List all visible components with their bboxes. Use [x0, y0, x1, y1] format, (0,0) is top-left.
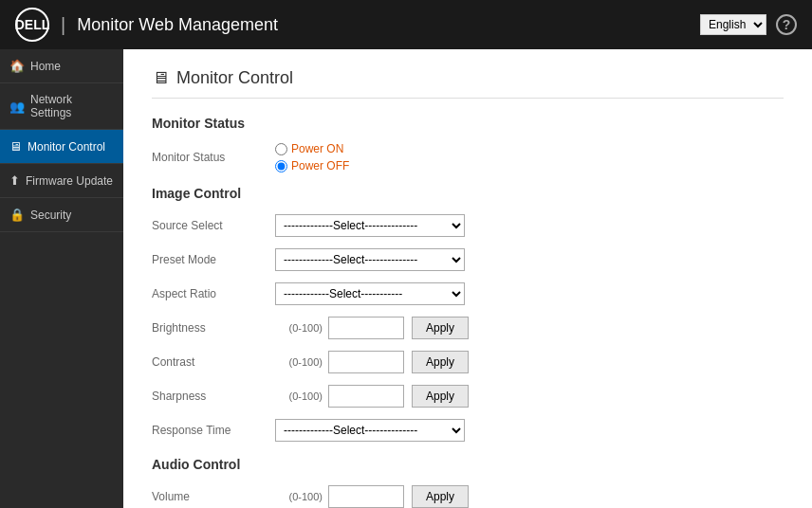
- content-area: 🖥 Monitor Control Monitor Status Monitor…: [123, 49, 812, 508]
- response-time-dropdown[interactable]: -------------Select--------------: [275, 419, 465, 442]
- help-icon[interactable]: ?: [776, 14, 797, 35]
- power-on-option[interactable]: Power ON: [275, 142, 349, 155]
- source-select-row: Source Select -------------Select-------…: [152, 212, 784, 239]
- sidebar-item-network-settings[interactable]: 👥 Network Settings: [0, 83, 123, 130]
- page-monitor-icon: 🖥: [152, 68, 169, 88]
- monitor-icon: 🖥: [9, 139, 22, 154]
- brightness-range: (0-100): [275, 322, 323, 334]
- sharpness-apply-button[interactable]: Apply: [412, 385, 469, 408]
- sidebar-label-network: Network Settings: [30, 93, 114, 119]
- sidebar-item-home[interactable]: 🏠 Home: [0, 49, 123, 83]
- source-select-dropdown[interactable]: -------------Select--------------: [275, 214, 465, 237]
- aspect-ratio-row: Aspect Ratio ------------Select---------…: [152, 281, 784, 307]
- page-title-bar: 🖥 Monitor Control: [152, 68, 784, 99]
- brightness-row: Brightness (0-100) 75 Apply: [152, 315, 784, 341]
- preset-mode-row: Preset Mode -------------Select---------…: [152, 246, 784, 273]
- volume-row: Volume (0-100) 100 Apply: [152, 483, 784, 508]
- sidebar-item-firmware-update[interactable]: ⬆ Firmware Update: [0, 164, 123, 198]
- home-icon: 🏠: [9, 59, 25, 73]
- aspect-ratio-label: Aspect Ratio: [152, 287, 275, 300]
- source-select-label: Source Select: [152, 219, 275, 232]
- sidebar: 🏠 Home 👥 Network Settings 🖥 Monitor Cont…: [0, 49, 123, 508]
- security-icon: 🔒: [9, 208, 25, 222]
- volume-range: (0-100): [275, 491, 323, 502]
- header-divider: |: [61, 14, 65, 36]
- header-title: Monitor Web Management: [77, 15, 278, 35]
- monitor-status-row: Monitor Status Power ON Power OFF: [152, 142, 784, 172]
- aspect-ratio-dropdown[interactable]: ------------Select-----------: [275, 282, 465, 305]
- brightness-label: Brightness: [152, 321, 275, 335]
- sidebar-label-firmware: Firmware Update: [26, 174, 113, 188]
- brightness-input[interactable]: 75: [328, 317, 404, 339]
- monitor-status-radio-group: Power ON Power OFF: [275, 142, 349, 172]
- sidebar-item-security[interactable]: 🔒 Security: [0, 198, 123, 232]
- volume-label: Volume: [152, 490, 275, 503]
- contrast-label: Contrast: [152, 355, 275, 369]
- header-right: English ?: [700, 14, 797, 35]
- header: DELL | Monitor Web Management English ?: [0, 0, 812, 49]
- contrast-apply-button[interactable]: Apply: [412, 351, 469, 373]
- monitor-status-label: Monitor Status: [152, 151, 275, 164]
- power-on-radio[interactable]: [275, 143, 287, 155]
- response-time-row: Response Time -------------Select-------…: [152, 417, 784, 444]
- sharpness-input[interactable]: 50: [328, 385, 404, 408]
- sidebar-label-home: Home: [30, 60, 61, 73]
- sidebar-item-monitor-control[interactable]: 🖥 Monitor Control: [0, 130, 123, 164]
- brightness-apply-button[interactable]: Apply: [412, 317, 469, 339]
- header-left: DELL | Monitor Web Management: [15, 8, 278, 42]
- preset-mode-dropdown[interactable]: -------------Select--------------: [275, 248, 465, 271]
- monitor-status-section-title: Monitor Status: [152, 116, 784, 131]
- page-title-text: Monitor Control: [176, 68, 293, 88]
- response-time-label: Response Time: [152, 424, 275, 437]
- sharpness-range: (0-100): [275, 390, 323, 402]
- audio-control-section-title: Audio Control: [152, 457, 784, 472]
- power-on-label: Power ON: [291, 142, 343, 155]
- volume-input[interactable]: 100: [328, 485, 404, 508]
- sharpness-label: Sharpness: [152, 390, 275, 403]
- power-off-label: Power OFF: [291, 159, 349, 172]
- network-icon: 👥: [9, 100, 25, 114]
- language-select[interactable]: English: [700, 14, 766, 35]
- image-control-section-title: Image Control: [152, 186, 784, 201]
- sharpness-row: Sharpness (0-100) 50 Apply: [152, 383, 784, 409]
- sidebar-label-security: Security: [30, 209, 71, 222]
- preset-mode-label: Preset Mode: [152, 253, 275, 266]
- sidebar-label-monitor: Monitor Control: [28, 140, 105, 154]
- dell-logo: DELL: [15, 8, 49, 42]
- contrast-range: (0-100): [275, 356, 323, 368]
- contrast-input[interactable]: 75: [328, 351, 404, 373]
- volume-apply-button[interactable]: Apply: [412, 485, 469, 508]
- power-off-option[interactable]: Power OFF: [275, 159, 349, 172]
- main-layout: 🏠 Home 👥 Network Settings 🖥 Monitor Cont…: [0, 49, 812, 508]
- power-off-radio[interactable]: [275, 160, 287, 172]
- firmware-icon: ⬆: [9, 173, 20, 188]
- contrast-row: Contrast (0-100) 75 Apply: [152, 349, 784, 375]
